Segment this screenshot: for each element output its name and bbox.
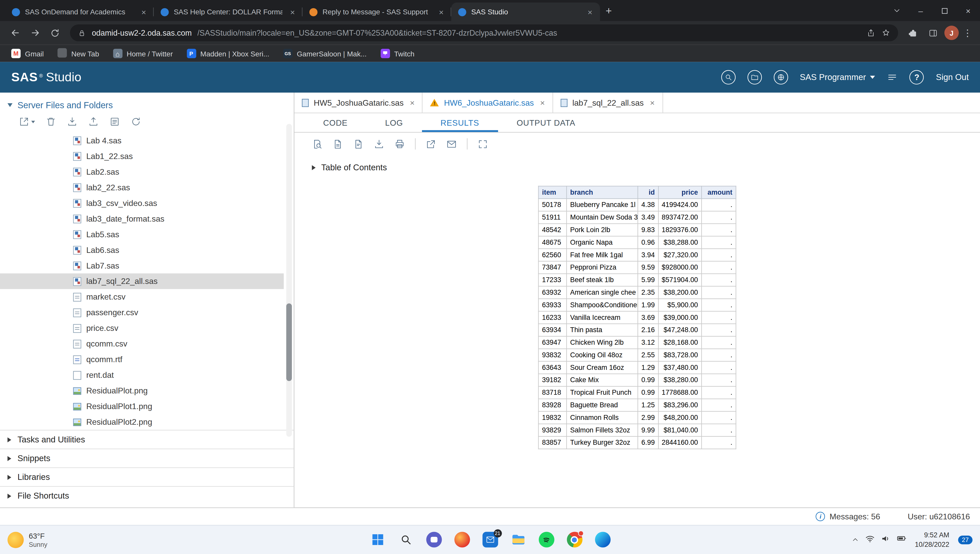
side-panel-icon[interactable] <box>924 24 942 42</box>
address-bar[interactable]: odamid-usw2-2.oda.sas.com /SASStudio/mai… <box>70 24 898 41</box>
volume-icon[interactable] <box>881 533 891 546</box>
file-tree-item[interactable]: qcomm.csv <box>0 336 284 352</box>
file-tree-item[interactable]: Lab5.sas <box>0 227 284 242</box>
bookmark-item[interactable]: ⌂ Home / Twitter <box>108 47 178 60</box>
edge-icon[interactable] <box>595 532 610 548</box>
bookmark-item[interactable]: New Tab <box>52 46 104 61</box>
collapsed-section[interactable]: Libraries <box>0 467 294 486</box>
close-button[interactable]: × <box>956 0 980 21</box>
file-tree-item[interactable]: lab2_22.sas <box>0 180 284 195</box>
back-button[interactable] <box>6 24 24 42</box>
bookmark-item[interactable]: GS GamerSaloon | Mak... <box>278 47 372 60</box>
file-tree-item[interactable]: Lab7.sas <box>0 258 284 273</box>
document-tab[interactable]: HW5_JoshuaGataric.sas × <box>294 93 423 113</box>
firefox-icon[interactable] <box>454 532 469 548</box>
refresh-icon[interactable] <box>130 117 141 127</box>
tab-search-chevron-icon[interactable] <box>885 0 909 21</box>
upload-icon[interactable] <box>88 117 99 127</box>
bookmark-star-icon[interactable] <box>881 28 891 38</box>
tab-close-icon[interactable]: × <box>540 98 545 107</box>
wifi-icon[interactable] <box>865 533 875 546</box>
view-tab[interactable]: RESULTS <box>422 113 498 132</box>
apps-globe-icon[interactable] <box>773 70 788 85</box>
battery-icon[interactable] <box>896 533 907 546</box>
mail-icon[interactable]: 21 <box>482 532 498 548</box>
bookmark-item[interactable]: Twitch <box>375 47 419 60</box>
sidebar-scrollbar-thumb[interactable] <box>286 303 292 381</box>
maximize-button[interactable] <box>932 0 956 21</box>
browser-tab[interactable]: SAS Studio × <box>451 3 600 21</box>
notification-count-badge[interactable]: 27 <box>958 535 972 544</box>
collapsed-section[interactable]: Snippets <box>0 449 294 467</box>
role-menu[interactable]: SAS Programmer <box>800 73 875 82</box>
tab-close-icon[interactable]: × <box>288 7 298 17</box>
browser-tab[interactable]: SAS Help Center: DOLLAR Forma × <box>154 3 302 21</box>
spotify-icon[interactable] <box>539 532 554 548</box>
extensions-icon[interactable] <box>904 24 922 42</box>
chrome-icon[interactable] <box>566 532 582 548</box>
collapsed-section[interactable]: Tasks and Utilities <box>0 430 294 449</box>
browser-tab[interactable]: SAS OnDemand for Academics × <box>5 3 154 21</box>
search-icon[interactable] <box>721 70 735 85</box>
properties-icon[interactable] <box>110 117 120 127</box>
section-server-files[interactable]: Server Files and Folders <box>0 93 294 114</box>
download-icon[interactable] <box>67 117 77 127</box>
open-new-window-icon[interactable] <box>426 139 436 149</box>
file-tree-item[interactable]: Lab 4.sas <box>0 133 284 148</box>
view-tab[interactable]: OUTPUT DATA <box>498 113 594 132</box>
document-tab[interactable]: HW6_JoshuaGataric.sas × <box>423 93 553 113</box>
file-tree-item[interactable]: Lab1_22.sas <box>0 148 284 164</box>
profile-avatar[interactable]: J <box>944 26 959 40</box>
download-icon[interactable] <box>374 139 384 149</box>
file-tree-item[interactable]: rent.dat <box>0 367 284 383</box>
file-tree-item[interactable]: passenger.csv <box>0 305 284 320</box>
chat-icon[interactable] <box>426 532 441 548</box>
collapsed-section[interactable]: File Shortcuts <box>0 486 294 505</box>
file-tree-item[interactable]: Lab6.sas <box>0 242 284 258</box>
open-export-icon[interactable] <box>19 117 35 127</box>
folder-icon[interactable] <box>747 70 762 85</box>
pdf-icon[interactable] <box>332 139 343 149</box>
hidden-icons-chevron-icon[interactable] <box>851 535 859 544</box>
fullscreen-icon[interactable] <box>477 139 488 149</box>
print-icon[interactable] <box>394 139 405 149</box>
search-icon[interactable] <box>398 532 414 548</box>
file-tree-item[interactable]: lab3_date_format.sas <box>0 211 284 227</box>
minimize-button[interactable]: – <box>909 0 932 21</box>
view-tab[interactable]: LOG <box>366 113 422 132</box>
file-tree-item[interactable]: ResidualPlot2.png <box>0 414 284 430</box>
browser-menu-icon[interactable]: ⋮ <box>961 27 974 38</box>
help-icon[interactable]: ? <box>910 70 924 85</box>
tab-close-icon[interactable]: × <box>650 98 655 107</box>
rtf-doc-icon[interactable] <box>353 139 364 149</box>
share-icon[interactable] <box>866 28 876 38</box>
delete-icon[interactable] <box>46 117 56 127</box>
file-tree-item[interactable]: ResidualPlot.png <box>0 383 284 399</box>
tab-close-icon[interactable]: × <box>436 7 446 17</box>
file-tree-item[interactable]: lab3_csv_video.sas <box>0 195 284 211</box>
file-explorer-icon[interactable] <box>511 532 526 548</box>
clock[interactable]: 9:52 AM 10/28/2022 <box>915 530 949 549</box>
document-tab[interactable]: lab7_sql_22_all.sas × <box>553 93 663 113</box>
tab-close-icon[interactable]: × <box>585 7 595 17</box>
new-tab-button[interactable]: + <box>600 3 617 20</box>
forward-button[interactable] <box>26 24 43 42</box>
tab-close-icon[interactable]: × <box>410 98 415 107</box>
menu-lines-icon[interactable] <box>887 72 898 83</box>
table-of-contents-toggle[interactable]: Table of Contents <box>294 155 980 172</box>
file-tree-item[interactable]: Lab2.sas <box>0 164 284 180</box>
bookmark-item[interactable]: M Gmail <box>6 47 49 60</box>
browser-tab[interactable]: Reply to Message - SAS Support × <box>302 3 452 21</box>
refresh-button[interactable] <box>46 24 64 42</box>
tab-close-icon[interactable]: × <box>139 7 149 17</box>
file-tree-item[interactable]: market.csv <box>0 289 284 305</box>
view-tab[interactable]: CODE <box>304 113 366 132</box>
file-tree-item[interactable]: price.csv <box>0 320 284 336</box>
messages-status[interactable]: i Messages: 56 <box>816 511 880 521</box>
email-icon[interactable] <box>446 139 457 149</box>
weather-widget[interactable]: 63°F Sunny <box>8 532 48 548</box>
file-tree-item[interactable]: ResidualPlot1.png <box>0 399 284 414</box>
bookmark-item[interactable]: P Madden | Xbox Seri... <box>181 47 274 60</box>
sign-out-button[interactable]: Sign Out <box>936 73 969 82</box>
preview-icon[interactable] <box>312 139 322 149</box>
